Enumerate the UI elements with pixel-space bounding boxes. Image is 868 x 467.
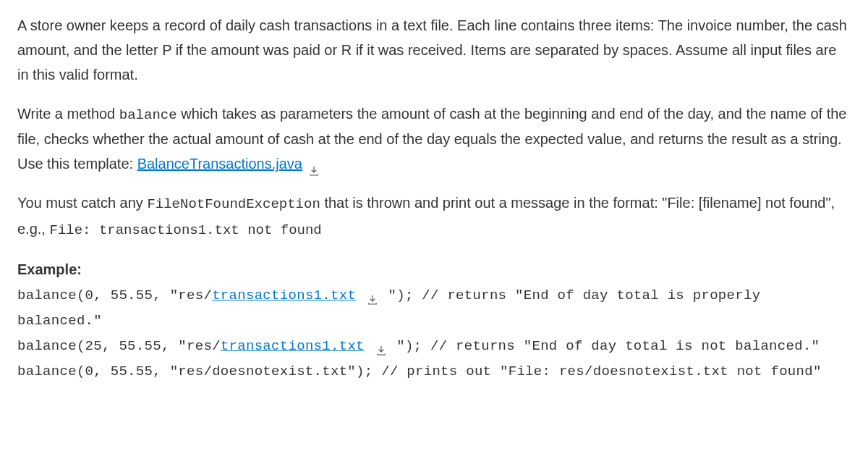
example-block: Example: balance(0, 55.55, "res/transact… [17, 256, 851, 385]
text: "); // returns "End of day total is not … [388, 338, 820, 354]
text: balance(0, 55.55, "res/ [17, 287, 212, 303]
example-line-2: balance(25, 55.55, "res/transactions1.tx… [17, 334, 851, 359]
paragraph-2: Write a method balance which takes as pa… [17, 101, 851, 176]
link-balance-transactions-java[interactable]: BalanceTransactions.java [137, 156, 302, 172]
example-line-1: balance(0, 55.55, "res/transactions1.txt… [17, 283, 851, 334]
example-line-3: balance(0, 55.55, "res/doesnotexist.txt"… [17, 359, 851, 384]
download-icon[interactable] [375, 340, 387, 352]
link-transactions1-txt[interactable]: transactions1.txt [221, 338, 365, 354]
download-icon[interactable] [308, 159, 320, 171]
text: Write a method [17, 106, 119, 122]
text: balance(25, 55.55, "res/ [17, 338, 221, 354]
text: You must catch any [17, 195, 147, 211]
code-filenotfoundexception: FileNotFoundException [147, 196, 320, 212]
download-icon[interactable] [367, 290, 378, 301]
link-transactions1-txt[interactable]: transactions1.txt [212, 287, 356, 303]
code-file-not-found-example: File: transactions1.txt not found [49, 222, 321, 238]
paragraph-3: You must catch any FileNotFoundException… [17, 190, 851, 242]
code-balance: balance [119, 107, 177, 123]
paragraph-1: A store owner keeps a record of daily ca… [17, 13, 851, 87]
example-label: Example: [17, 256, 851, 283]
